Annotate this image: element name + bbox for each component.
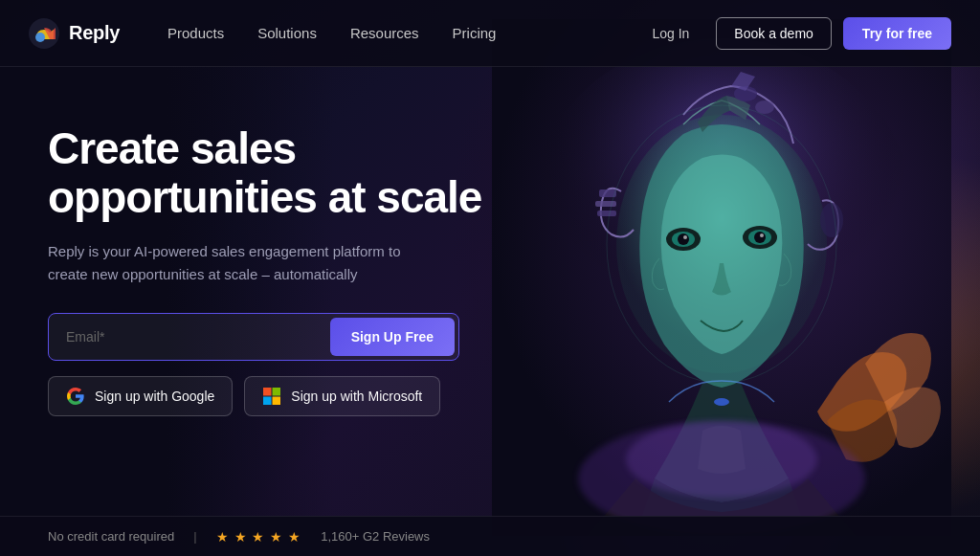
svg-point-14 — [754, 232, 766, 243]
brand-name: Reply — [69, 22, 120, 44]
social-signup-buttons: Sign up with Google Sign up with Microso… — [48, 376, 488, 416]
reviews-count: 1,160+ G2 Reviews — [321, 529, 430, 544]
login-button[interactable]: Log In — [636, 18, 704, 49]
hero-subtitle: Reply is your AI-powered sales engagemen… — [48, 240, 431, 286]
svg-point-17 — [714, 398, 729, 406]
svg-point-15 — [683, 235, 687, 239]
nav-link-solutions[interactable]: Solutions — [257, 25, 317, 41]
footer-divider: | — [193, 529, 196, 544]
microsoft-icon — [262, 387, 281, 406]
nav-link-pricing[interactable]: Pricing — [453, 25, 497, 41]
book-demo-button[interactable]: Book a demo — [716, 17, 832, 50]
svg-rect-4 — [595, 201, 616, 207]
svg-point-22 — [35, 33, 45, 42]
navbar: Reply Products Solutions Resources Prici… — [0, 0, 980, 67]
hero-illustration — [492, 19, 951, 536]
svg-rect-26 — [273, 397, 281, 406]
try-free-button[interactable]: Try for free — [843, 17, 951, 50]
google-icon — [66, 387, 85, 406]
google-signup-button[interactable]: Sign up with Google — [48, 376, 233, 416]
hero-section: Create sales opportunities at scale Repl… — [0, 67, 536, 416]
nav-links: Products Solutions Resources Pricing — [167, 25, 636, 41]
no-credit-card-text: No credit card required — [48, 529, 174, 544]
microsoft-signup-label: Sign up with Microsoft — [291, 389, 422, 404]
svg-rect-24 — [273, 388, 281, 396]
reply-logo-icon — [29, 18, 59, 49]
nav-actions: Log In Book a demo Try for free — [636, 17, 951, 50]
email-signup-form: Sign Up Free — [48, 313, 459, 361]
svg-point-8 — [820, 203, 843, 237]
footer-bar: No credit card required | ★ ★ ★ ★ ★ 1,16… — [0, 516, 980, 556]
nav-link-resources[interactable]: Resources — [350, 25, 419, 41]
svg-rect-25 — [263, 397, 272, 406]
svg-rect-5 — [597, 211, 616, 216]
svg-rect-23 — [263, 388, 272, 396]
email-input[interactable] — [49, 314, 326, 360]
microsoft-signup-button[interactable]: Sign up with Microsoft — [244, 376, 440, 416]
signup-free-button[interactable]: Sign Up Free — [330, 318, 455, 356]
svg-point-19 — [626, 421, 817, 498]
svg-point-7 — [755, 100, 774, 114]
nav-logo[interactable]: Reply — [29, 18, 120, 49]
star-rating: ★ ★ ★ ★ ★ — [216, 529, 302, 545]
svg-point-13 — [678, 234, 689, 245]
hero-title: Create sales opportunities at scale — [48, 124, 488, 221]
google-signup-label: Sign up with Google — [95, 389, 214, 404]
nav-link-products[interactable]: Products — [167, 25, 224, 41]
svg-point-16 — [760, 234, 764, 237]
